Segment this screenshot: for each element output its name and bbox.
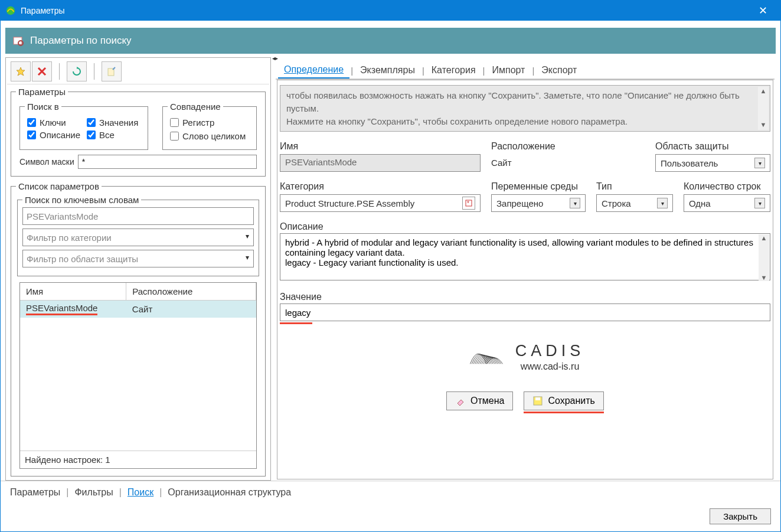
- name-label: Имя: [280, 141, 481, 152]
- params-fieldset: Параметры Поиск в Ключи Значения Описани…: [11, 87, 266, 177]
- keyword-input[interactable]: [22, 207, 254, 225]
- params-legend: Параметры: [16, 87, 68, 97]
- checkbox-keys[interactable]: Ключи: [27, 118, 81, 128]
- svg-rect-10: [535, 397, 540, 400]
- params-list-legend: Список параметров: [16, 181, 102, 191]
- col-location[interactable]: Расположение: [126, 283, 256, 301]
- mask-label: Символ маски: [19, 157, 74, 167]
- save-button[interactable]: Сохранить: [524, 391, 604, 410]
- bottom-tabs: Параметры| Фильтры| Поиск| Организационн…: [1, 481, 780, 504]
- close-button[interactable]: Закрыть: [710, 508, 771, 524]
- description-textarea[interactable]: [280, 233, 770, 280]
- delete-button[interactable]: [32, 61, 52, 81]
- search-in-legend: Поиск в: [25, 102, 61, 112]
- env-label: Переменные среды: [491, 181, 586, 192]
- logo-url: www.cad-is.ru: [515, 361, 585, 372]
- keyword-fieldset: Поиск по ключевым словам: [17, 195, 259, 276]
- mask-input[interactable]: [78, 155, 257, 169]
- detail-tabs: Определение| Экземпляры| Категория| Импо…: [276, 58, 775, 80]
- bottom-tab-filters[interactable]: Фильтры: [71, 486, 116, 499]
- protection-label: Область защиты: [655, 141, 770, 152]
- protection-filter-select[interactable]: [22, 250, 254, 267]
- logo-text: CADIS: [515, 342, 585, 360]
- subheader: Параметры по поиску: [5, 28, 776, 54]
- cell-location: Сайт: [126, 301, 256, 318]
- window-title: Параметры: [21, 6, 65, 15]
- keyword-legend: Поиск по ключевым словам: [22, 195, 141, 205]
- location-value: Сайт: [491, 154, 645, 168]
- chevron-down-icon: ▾: [570, 198, 580, 208]
- cadis-logo-icon: [466, 340, 507, 374]
- found-count: Найдено настроек: 1: [20, 451, 256, 468]
- footer: Закрыть: [1, 504, 780, 531]
- lines-label: Количество строк: [684, 181, 770, 192]
- new-button[interactable]: [11, 61, 31, 81]
- location-label: Расположение: [491, 141, 645, 152]
- info-box: чтобы появилась возможность нажать на кн…: [280, 85, 770, 132]
- app-icon: [5, 5, 16, 16]
- description-label: Описание: [280, 221, 770, 232]
- category-select[interactable]: Product Structure.PSE Assembly*: [280, 194, 481, 212]
- left-panel: Параметры Поиск в Ключи Значения Описани…: [5, 57, 271, 481]
- svg-marker-8: [458, 400, 463, 406]
- chevron-down-icon: ▾: [657, 198, 668, 208]
- search-params-icon: [12, 35, 24, 47]
- bottom-tab-params[interactable]: Параметры: [6, 486, 64, 499]
- subheader-title: Параметры по поиску: [30, 35, 132, 47]
- checkbox-values[interactable]: Значения: [87, 118, 140, 128]
- category-filter-select[interactable]: [22, 229, 254, 246]
- chevron-down-icon: ▾: [754, 158, 765, 168]
- info-scrollbar[interactable]: ▲▼: [758, 87, 769, 130]
- right-panel: ◂▸ Определение| Экземпляры| Категория| И…: [275, 57, 776, 481]
- logo-block: CADIS www.cad-is.ru: [277, 340, 773, 374]
- search-in-fieldset: Поиск в Ключи Значения Описание Все: [19, 102, 148, 150]
- type-select[interactable]: Строка▾: [596, 194, 673, 212]
- value-input[interactable]: [280, 303, 770, 321]
- refresh-button[interactable]: [67, 61, 87, 81]
- svg-text:*: *: [467, 200, 469, 207]
- export-button[interactable]: [102, 61, 122, 81]
- col-name[interactable]: Имя: [20, 283, 126, 301]
- match-fieldset: Совпадение Регистр Слово целиком: [162, 102, 257, 150]
- bottom-tab-org[interactable]: Организационная структура: [164, 486, 295, 499]
- bottom-tab-search[interactable]: Поиск: [124, 486, 157, 499]
- env-select[interactable]: Запрещено▾: [491, 194, 586, 212]
- tab-category[interactable]: Категория: [426, 63, 482, 78]
- save-icon: [532, 396, 543, 406]
- type-label: Тип: [596, 181, 673, 192]
- eraser-icon: [455, 396, 466, 406]
- checkbox-case[interactable]: Регистр: [170, 118, 249, 128]
- checkbox-all[interactable]: Все: [87, 130, 140, 140]
- left-toolbar: [7, 59, 269, 84]
- splitter-handle[interactable]: ◂▸: [272, 57, 278, 62]
- tab-import[interactable]: Импорт: [486, 63, 531, 78]
- params-table: Имя Расположение PSEVariantsMode Сайт На…: [19, 282, 257, 469]
- checkbox-description[interactable]: Описание: [27, 130, 81, 140]
- tab-export[interactable]: Экспорт: [535, 63, 583, 78]
- category-pick-icon[interactable]: *: [462, 197, 475, 210]
- match-legend: Совпадение: [168, 102, 223, 112]
- checkbox-whole-word[interactable]: Слово целиком: [170, 131, 249, 141]
- category-label: Категория: [280, 181, 481, 192]
- svg-marker-3: [17, 67, 25, 76]
- name-field: PSEVariantsMode: [280, 154, 481, 172]
- cancel-button[interactable]: Отмена: [446, 391, 513, 410]
- cell-name: PSEVariantsMode: [26, 303, 97, 315]
- desc-scrollbar[interactable]: ▲▼: [759, 234, 769, 281]
- value-underline: [280, 322, 312, 324]
- chevron-down-icon: ▾: [754, 198, 765, 208]
- value-label: Значение: [280, 292, 770, 302]
- table-row[interactable]: PSEVariantsMode Сайт: [20, 301, 256, 318]
- window-close-button[interactable]: ✕: [750, 2, 776, 19]
- params-list-fieldset: Список параметров Поиск по ключевым слов…: [11, 181, 266, 476]
- tab-definition[interactable]: Определение: [278, 62, 349, 79]
- save-underline: [524, 412, 604, 413]
- protection-select[interactable]: Пользователь▾: [655, 154, 770, 172]
- titlebar: Параметры ✕: [1, 1, 780, 21]
- tab-instances[interactable]: Экземпляры: [354, 63, 421, 78]
- lines-select[interactable]: Одна▾: [684, 194, 770, 212]
